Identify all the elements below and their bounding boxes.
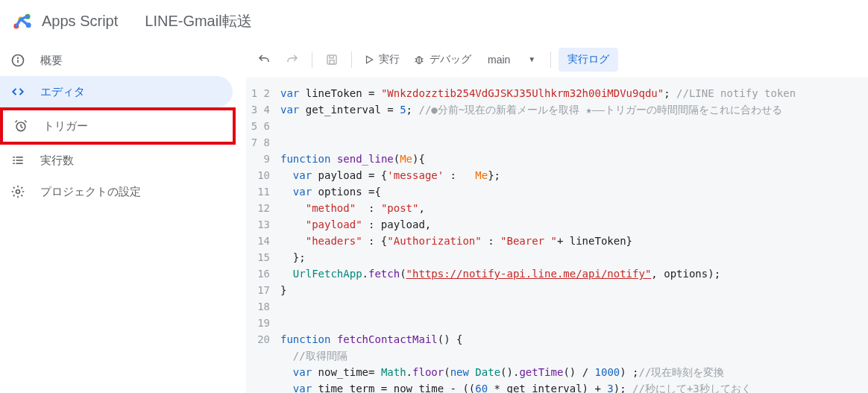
sidebar-item-label: トリガー bbox=[43, 119, 88, 133]
debug-label: デバッグ bbox=[430, 53, 471, 66]
toolbar-divider bbox=[351, 51, 352, 68]
app-header: Apps Script LINE-Gmail転送 bbox=[0, 0, 868, 42]
sidebar-item-editor[interactable]: エディタ bbox=[0, 76, 233, 107]
brand-name: Apps Script bbox=[42, 13, 118, 30]
editor-toolbar: 実行 デバッグ main ▼ 実行ログ bbox=[246, 42, 868, 78]
info-icon bbox=[10, 53, 25, 68]
svg-line-9 bbox=[21, 127, 23, 128]
gear-icon bbox=[10, 184, 25, 199]
sidebar-item-label: プロジェクトの設定 bbox=[40, 185, 141, 199]
svg-marker-21 bbox=[367, 56, 373, 63]
svg-line-27 bbox=[421, 61, 423, 62]
sidebar-item-executions[interactable]: 実行数 bbox=[0, 145, 233, 176]
clock-icon bbox=[13, 119, 28, 133]
redo-button[interactable] bbox=[280, 48, 304, 72]
run-label: 実行 bbox=[379, 53, 400, 66]
play-icon bbox=[364, 54, 374, 65]
run-button[interactable]: 実行 bbox=[359, 48, 404, 72]
svg-line-10 bbox=[16, 121, 18, 123]
svg-point-18 bbox=[16, 190, 20, 194]
svg-line-25 bbox=[421, 58, 423, 59]
svg-rect-20 bbox=[330, 60, 334, 63]
apps-script-logo-icon bbox=[12, 10, 33, 31]
sidebar-item-settings[interactable]: プロジェクトの設定 bbox=[0, 176, 233, 207]
undo-icon bbox=[257, 53, 271, 66]
code-content[interactable]: var lineToken = "Wnkzdozztib254VdGJSKJ35… bbox=[280, 85, 868, 393]
triggers-highlight-box: トリガー bbox=[0, 107, 236, 145]
code-editor[interactable]: 1 2 3 4 5 6 7 8 9 10 11 12 13 14 15 16 1… bbox=[246, 78, 868, 393]
function-selected-label: main bbox=[488, 54, 510, 66]
list-icon bbox=[10, 153, 25, 168]
svg-point-6 bbox=[18, 57, 19, 58]
sidebar-item-label: エディタ bbox=[40, 85, 85, 99]
chevron-down-icon: ▼ bbox=[528, 55, 535, 63]
bug-icon bbox=[413, 54, 425, 66]
toolbar-divider bbox=[312, 51, 312, 68]
undo-button[interactable] bbox=[252, 48, 276, 72]
line-gutter: 1 2 3 4 5 6 7 8 9 10 11 12 13 14 15 16 1… bbox=[246, 85, 280, 393]
execution-log-button[interactable]: 実行ログ bbox=[559, 48, 618, 72]
project-title[interactable]: LINE-Gmail転送 bbox=[145, 11, 251, 31]
save-button[interactable] bbox=[320, 48, 344, 72]
debug-button[interactable]: デバッグ bbox=[409, 48, 476, 72]
sidebar-item-label: 概要 bbox=[40, 54, 63, 68]
sidebar-nav: 概要 エディタ トリガー 実行数 プ bbox=[0, 42, 246, 393]
function-select[interactable]: main ▼ bbox=[480, 48, 543, 72]
save-icon bbox=[325, 53, 339, 66]
editor-pane: 実行 デバッグ main ▼ 実行ログ 1 2 3 4 5 6 7 8 9 10… bbox=[246, 42, 868, 393]
redo-icon bbox=[286, 53, 299, 66]
code-icon bbox=[10, 84, 25, 99]
toolbar-divider bbox=[550, 51, 551, 68]
sidebar-item-triggers[interactable]: トリガー bbox=[3, 110, 233, 142]
sidebar-item-overview[interactable]: 概要 bbox=[0, 45, 233, 76]
svg-line-11 bbox=[25, 121, 27, 123]
svg-line-24 bbox=[415, 58, 417, 59]
sidebar-item-label: 実行数 bbox=[40, 154, 74, 168]
svg-line-26 bbox=[415, 61, 417, 62]
log-label: 実行ログ bbox=[567, 53, 609, 66]
